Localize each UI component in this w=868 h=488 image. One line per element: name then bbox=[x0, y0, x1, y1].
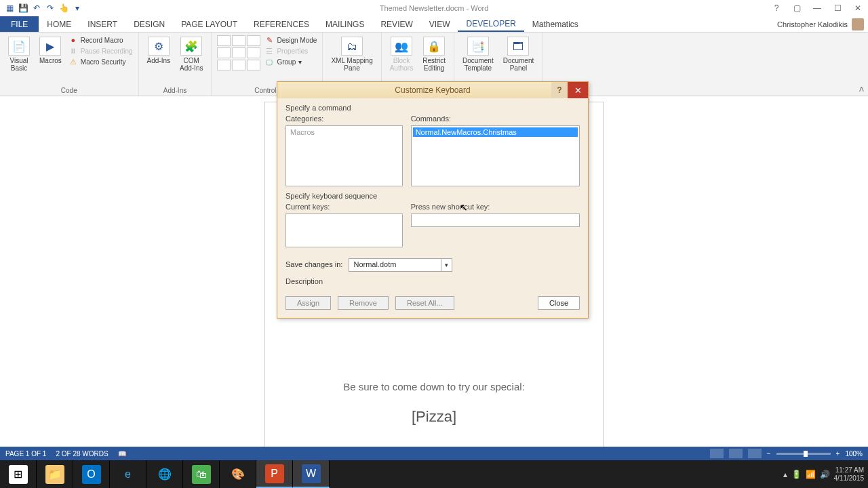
store-button[interactable]: 🛍 bbox=[183, 460, 220, 488]
view-print-button[interactable] bbox=[729, 449, 743, 458]
chrome-button[interactable]: 🌐 bbox=[146, 460, 183, 488]
commands-item-selected[interactable]: Normal.NewMacros.Christmas bbox=[413, 127, 578, 137]
close-icon[interactable]: ✕ bbox=[850, 2, 865, 14]
group-label-addins: Add-Ins bbox=[163, 85, 186, 94]
zoom-level[interactable]: 100% bbox=[845, 450, 863, 458]
current-keys-listbox[interactable] bbox=[285, 214, 403, 247]
save-changes-combo[interactable]: Normal.dotm ▾ bbox=[349, 258, 452, 272]
group-label-controls: Controls bbox=[254, 85, 279, 94]
clock-time: 11:27 AM bbox=[834, 466, 865, 474]
pause-recording-button[interactable]: ⏸Pause Recording bbox=[68, 46, 133, 56]
macros-button[interactable]: ▶ Macros bbox=[37, 35, 64, 66]
clock[interactable]: 11:27 AM 4/11/2015 bbox=[834, 466, 865, 483]
document-placeholder[interactable]: [Pizza] bbox=[264, 408, 604, 426]
controls-gallery[interactable] bbox=[217, 35, 260, 70]
touch-mode-icon[interactable]: 👆 bbox=[58, 3, 69, 14]
categories-item[interactable]: Macros bbox=[288, 127, 401, 137]
dialog-help-button[interactable]: ? bbox=[551, 82, 568, 98]
record-macro-button[interactable]: ●Record Macro bbox=[68, 35, 133, 45]
page-indicator[interactable]: PAGE 1 OF 1 bbox=[5, 450, 46, 458]
panel-icon: 🗔 bbox=[507, 37, 529, 56]
tab-review[interactable]: REVIEW bbox=[372, 16, 420, 32]
tray-network-icon[interactable]: 📶 bbox=[806, 470, 816, 479]
word-count[interactable]: 2 OF 28 WORDS bbox=[56, 450, 108, 458]
tab-developer[interactable]: DEVELOPER bbox=[458, 16, 524, 32]
window-controls: ? ▢ — ☐ ✕ bbox=[769, 2, 865, 14]
ie-button[interactable]: e bbox=[110, 460, 146, 488]
paint-button[interactable]: 🎨 bbox=[220, 460, 256, 488]
template-icon: 📑 bbox=[467, 37, 489, 56]
outlook-button[interactable]: O bbox=[73, 460, 110, 488]
tab-design[interactable]: DESIGN bbox=[125, 16, 173, 32]
visual-basic-icon: 📄 bbox=[8, 37, 30, 56]
start-button[interactable]: ⊞ bbox=[0, 460, 37, 488]
tray-volume-icon[interactable]: 🔊 bbox=[820, 470, 830, 479]
word-app-icon: ▦ bbox=[4, 3, 15, 14]
tab-mailings[interactable]: MAILINGS bbox=[317, 16, 372, 32]
lock-icon: 🔒 bbox=[423, 37, 445, 56]
com-addins-icon: 🧩 bbox=[180, 37, 202, 56]
tab-home[interactable]: HOME bbox=[39, 16, 79, 32]
dialog-close-button[interactable]: ✕ bbox=[568, 82, 588, 98]
tab-insert[interactable]: INSERT bbox=[79, 16, 125, 32]
block-authors-button[interactable]: 👥 Block Authors bbox=[387, 35, 416, 73]
macro-security-button[interactable]: ⚠Macro Security bbox=[68, 57, 133, 66]
view-read-button[interactable] bbox=[710, 449, 724, 458]
close-button[interactable]: Close bbox=[538, 296, 580, 310]
save-changes-value: Normal.dotm bbox=[349, 259, 400, 271]
chevron-down-icon[interactable]: ▾ bbox=[441, 259, 452, 271]
properties-button[interactable]: ☰Properties bbox=[264, 46, 317, 56]
minimize-icon[interactable]: — bbox=[810, 2, 825, 14]
zoom-in-button[interactable]: + bbox=[836, 450, 840, 458]
maximize-icon[interactable]: ☐ bbox=[830, 2, 845, 14]
status-bar: PAGE 1 OF 1 2 OF 28 WORDS 📖 − + 100% bbox=[0, 447, 868, 460]
view-web-button[interactable] bbox=[748, 449, 762, 458]
qat-dropdown-icon[interactable]: ▾ bbox=[72, 3, 83, 14]
tab-references[interactable]: REFERENCES bbox=[245, 16, 317, 32]
word-taskbar-button[interactable]: W bbox=[293, 460, 330, 488]
document-template-button[interactable]: 📑 Document Template bbox=[460, 35, 496, 73]
tab-mathematics[interactable]: Mathematics bbox=[524, 16, 587, 32]
categories-listbox[interactable]: Macros bbox=[285, 125, 403, 186]
design-mode-button[interactable]: ✎Design Mode bbox=[264, 35, 317, 45]
specify-command-label: Specify a command bbox=[285, 104, 580, 112]
commands-listbox[interactable]: Normal.NewMacros.Christmas bbox=[411, 125, 580, 186]
block-authors-icon: 👥 bbox=[391, 37, 412, 56]
save-icon[interactable]: 💾 bbox=[18, 3, 28, 14]
com-addins-button[interactable]: 🧩 COM Add-Ins bbox=[177, 35, 205, 73]
avatar[interactable] bbox=[852, 18, 864, 30]
dialog-title-bar[interactable]: Customize Keyboard ? ✕ bbox=[277, 82, 588, 98]
undo-icon[interactable]: ↶ bbox=[31, 3, 42, 14]
group-button[interactable]: ▢Group ▾ bbox=[264, 57, 317, 66]
pause-icon: ⏸ bbox=[68, 46, 78, 56]
customize-keyboard-dialog: Customize Keyboard ? ✕ Specify a command… bbox=[277, 81, 589, 319]
tab-view[interactable]: VIEW bbox=[421, 16, 458, 32]
reset-all-button[interactable]: Reset All... bbox=[395, 296, 454, 310]
help-icon[interactable]: ? bbox=[769, 2, 784, 14]
restrict-editing-button[interactable]: 🔒 Restrict Editing bbox=[420, 35, 448, 73]
zoom-out-button[interactable]: − bbox=[767, 450, 771, 458]
properties-icon: ☰ bbox=[264, 46, 274, 56]
dialog-title: Customize Keyboard bbox=[395, 85, 470, 95]
new-shortcut-input[interactable] bbox=[411, 214, 580, 227]
tab-file[interactable]: FILE bbox=[0, 16, 39, 32]
proofing-icon[interactable]: 📖 bbox=[118, 450, 126, 458]
tab-page-layout[interactable]: PAGE LAYOUT bbox=[173, 16, 245, 32]
user-area[interactable]: Christopher Kalodikis bbox=[777, 16, 864, 33]
tray-battery-icon[interactable]: 🔋 bbox=[791, 470, 802, 479]
collapse-ribbon-icon[interactable]: ᐱ bbox=[859, 85, 864, 93]
powerpoint-button[interactable]: P bbox=[256, 460, 293, 488]
document-panel-button[interactable]: 🗔 Document Panel bbox=[500, 35, 537, 73]
xml-mapping-button[interactable]: 🗂 XML Mapping Pane bbox=[328, 35, 375, 73]
visual-basic-button[interactable]: 📄 Visual Basic bbox=[5, 35, 33, 73]
assign-button[interactable]: Assign bbox=[285, 296, 331, 310]
redo-icon[interactable]: ↷ bbox=[45, 3, 56, 14]
ribbon-options-icon[interactable]: ▢ bbox=[789, 2, 804, 14]
clock-date: 4/11/2015 bbox=[834, 474, 865, 483]
addins-button[interactable]: ⚙ Add-Ins bbox=[144, 35, 173, 66]
zoom-slider[interactable] bbox=[776, 453, 831, 455]
tray-up-icon[interactable]: ▴ bbox=[783, 470, 787, 479]
remove-button[interactable]: Remove bbox=[338, 296, 389, 310]
file-explorer-button[interactable]: 📁 bbox=[37, 460, 73, 488]
document-text[interactable]: Be sure to come down to try our special: bbox=[264, 381, 604, 392]
